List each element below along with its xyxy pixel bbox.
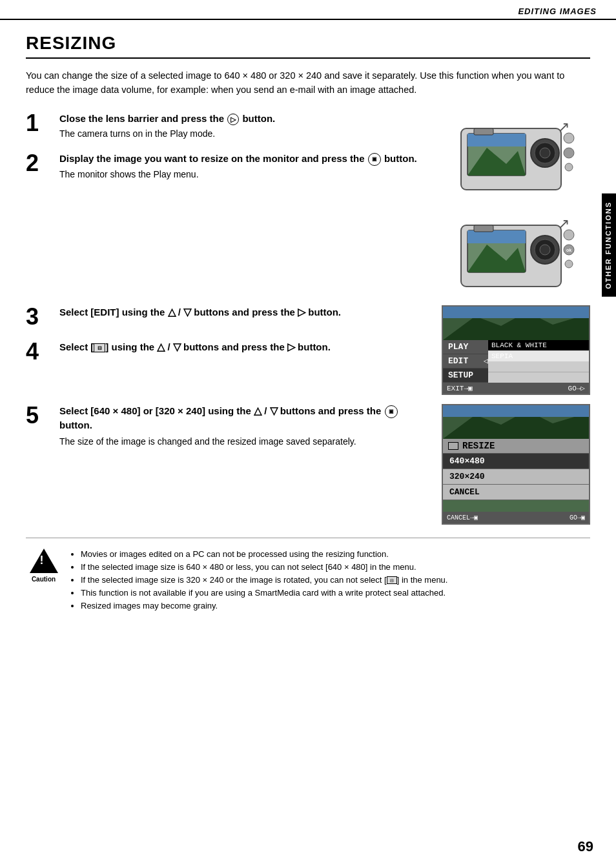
svg-rect-30 (443, 405, 589, 417)
caution-item-5: Resized images may become grainy. (81, 600, 590, 612)
caution-list: Movies or images edited on a PC can not … (69, 548, 590, 613)
menu-play-label: PLAY (448, 342, 484, 352)
resize-title-bar: RESIZE (443, 439, 589, 454)
resize-option-320: 320×240 (443, 469, 589, 485)
step-2-instruction: Display the image you want to resize on … (59, 152, 435, 166)
step-4: 4 Select [⊟] using the △ / ▽ buttons and… (26, 340, 429, 363)
svg-rect-3 (467, 134, 526, 146)
main-content: RESIZING You can change the size of a se… (0, 20, 616, 625)
menu-screenshot-image: PLAY EDIT ◁ SETUP BLACK & WHITE SEPIA (442, 305, 590, 395)
camera-illustration-2: ↗ ok (455, 208, 590, 299)
menu-edit-label: EDIT (448, 356, 484, 366)
menu-edit-item: EDIT ◁ (443, 354, 488, 368)
step-3-instruction: Select [EDIT] using the △ / ▽ buttons an… (59, 305, 429, 319)
caution-item-4: This function is not available if you ar… (81, 587, 590, 600)
caution-item-2: If the selected image size is 640 × 480 … (81, 561, 590, 574)
resize-title-text: RESIZE (462, 441, 495, 451)
sidebar-tab: OTHER FUNCTIONS (602, 194, 616, 297)
step-2-number: 2 (26, 152, 53, 175)
page-title: RESIZING (26, 33, 590, 59)
submenu-item3 (488, 362, 589, 372)
caution-item-3: If the selected image size is 320 × 240 … (81, 574, 590, 587)
resize-footer-left: CANCEL→▣ (447, 514, 478, 521)
step-4-instruction: Select [⊟] using the △ / ▽ buttons and p… (59, 340, 429, 354)
step-5-sub: The size of the image is changed and the… (59, 436, 429, 449)
menu-footer-left: EXIT→▣ (447, 384, 473, 392)
submenu-bw: BLACK & WHITE (488, 340, 589, 351)
resize-icon (448, 442, 458, 450)
svg-rect-16 (474, 225, 493, 232)
submenu-item4 (488, 372, 589, 383)
resize-footer: CANCEL→▣ GO→▣ (443, 512, 589, 523)
step-1-instruction: Close the lens barrier and press the ▷ b… (59, 112, 435, 125)
header-title: EDITING IMAGES (518, 6, 597, 16)
menu-play-item: PLAY (443, 340, 488, 354)
resize-option-640: 640×480 (443, 454, 589, 469)
page-header: EDITING IMAGES (0, 0, 616, 20)
step-5: 5 Select [640 × 480] or [320 × 240] usin… (26, 404, 429, 449)
step-2-sub: The monitor shows the Play menu. (59, 168, 435, 181)
step-1-number: 1 (26, 112, 53, 135)
menu-footer-right: GO→▷ (568, 384, 585, 392)
step-5-content: Select [640 × 480] or [320 × 240] using … (59, 404, 429, 449)
resize-screenshot-image: RESIZE 640×480 320×240 CANCEL CANCEL→▣ G… (442, 404, 590, 525)
step-1-sub: The camera turns on in the Play mode. (59, 128, 435, 141)
sidebar-tab-label: OTHER FUNCTIONS (604, 201, 612, 289)
ok-button-icon: ▣ (385, 405, 398, 418)
step-4-number: 4 (26, 340, 53, 363)
caution-box: Caution Movies or images edited on a PC … (26, 538, 590, 613)
svg-rect-15 (467, 230, 526, 243)
step-5-number: 5 (26, 404, 53, 427)
step-3: 3 Select [EDIT] using the △ / ▽ buttons … (26, 305, 429, 328)
menu-footer: EXIT→▣ GO→▷ (443, 383, 589, 394)
step-5-instruction: Select [640 × 480] or [320 × 240] using … (59, 404, 429, 432)
resize-option-cancel: CANCEL (443, 485, 589, 500)
svg-text:↗: ↗ (558, 216, 570, 232)
step-4-content: Select [⊟] using the △ / ▽ buttons and p… (59, 340, 429, 357)
caution-triangle (30, 549, 58, 573)
caution-label: Caution (32, 576, 56, 583)
steps-3-4-area: 3 Select [EDIT] using the △ / ▽ buttons … (26, 305, 590, 395)
camera-illustration-1: ↗ (455, 112, 590, 202)
svg-point-7 (540, 148, 550, 158)
play-button-icon: ▷ (227, 114, 239, 125)
step-5-left: 5 Select [640 × 480] or [320 × 240] usin… (26, 404, 429, 460)
svg-point-10 (565, 163, 573, 171)
step-2: 2 Display the image you want to resize o… (26, 152, 435, 181)
step-5-area: 5 Select [640 × 480] or [320 × 240] usin… (26, 404, 590, 525)
menu-setup-item: SETUP (443, 368, 488, 383)
step-3-content: Select [EDIT] using the △ / ▽ buttons an… (59, 305, 429, 322)
step-1-content: Close the lens barrier and press the ▷ b… (59, 112, 435, 141)
resize-screenshot-widget: RESIZE 640×480 320×240 CANCEL CANCEL→▣ G… (442, 404, 590, 525)
svg-rect-4 (474, 128, 493, 135)
svg-text:↗: ↗ (558, 119, 570, 135)
menu-button-icon: ▣ (368, 153, 381, 166)
step-3-number: 3 (26, 305, 53, 328)
svg-point-22 (565, 260, 573, 268)
svg-rect-27 (443, 307, 589, 318)
resize-footer-right: GO→▣ (570, 514, 585, 521)
svg-text:ok: ok (566, 248, 571, 252)
step-2-content: Display the image you want to resize on … (59, 152, 435, 181)
submenu-sepia: SEPIA (488, 351, 589, 362)
page-number: 69 (578, 838, 593, 855)
step-1: 1 Close the lens barrier and press the ▷… (26, 112, 435, 141)
caution-icon: Caution (26, 548, 61, 583)
menu-setup-label: SETUP (448, 370, 484, 380)
intro-paragraph: You can change the size of a selected im… (26, 69, 590, 97)
steps-3-4-left: 3 Select [EDIT] using the △ / ▽ buttons … (26, 305, 429, 375)
menu-screenshot-widget: PLAY EDIT ◁ SETUP BLACK & WHITE SEPIA (442, 305, 590, 395)
caution-item-1: Movies or images edited on a PC can not … (81, 548, 590, 561)
svg-point-19 (540, 245, 550, 255)
svg-point-9 (564, 148, 574, 158)
